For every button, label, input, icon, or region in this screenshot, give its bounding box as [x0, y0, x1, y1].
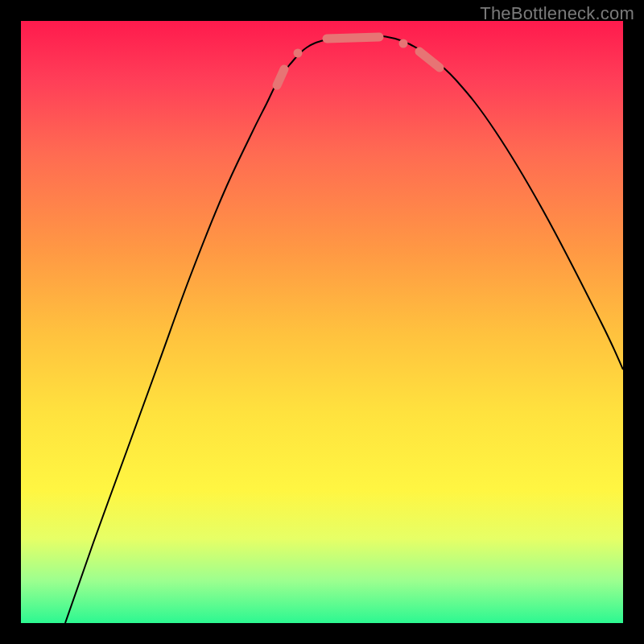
curve-marker-segment [327, 37, 379, 39]
curve-marker-segment [419, 52, 440, 68]
curve-marker-dot [399, 39, 408, 48]
chart-svg [21, 21, 623, 623]
marker-group [277, 37, 440, 85]
chart-plot-area [21, 21, 623, 623]
curve-marker-dot [294, 49, 303, 58]
attribution-text: TheBottleneck.com [480, 3, 634, 24]
curve-marker-segment [277, 69, 284, 85]
bottleneck-curve [65, 35, 623, 623]
